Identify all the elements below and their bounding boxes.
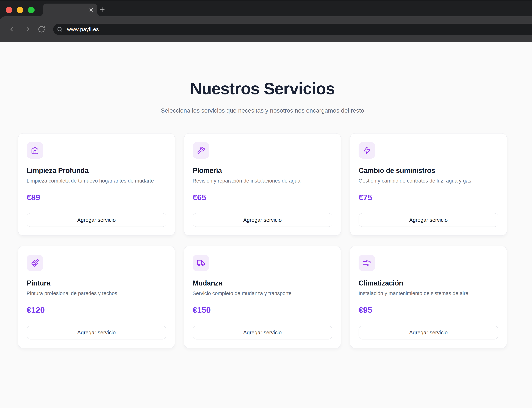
new-tab-button[interactable]: [98, 6, 106, 14]
reload-button[interactable]: [38, 26, 45, 33]
zoom-window-button[interactable]: [28, 7, 35, 13]
plus-icon: [98, 6, 106, 14]
truck-icon: [193, 255, 209, 271]
close-tab-button[interactable]: [88, 7, 94, 13]
service-card-plomeria: Plomería Revisión y reparación de instal…: [184, 133, 341, 236]
zap-icon: [359, 142, 375, 159]
service-title: Pintura: [27, 279, 166, 287]
service-title: Cambio de suministros: [359, 167, 498, 175]
service-price: €65: [193, 193, 332, 202]
service-price: €75: [359, 193, 498, 202]
add-service-button[interactable]: Agregar servicio: [27, 326, 166, 340]
wrench-icon: [193, 142, 209, 159]
service-description: Instalación y mantenimiento de sistemas …: [359, 289, 498, 297]
add-service-button[interactable]: Agregar servicio: [359, 326, 498, 340]
service-description: Revisión y reparación de instalaciones d…: [193, 177, 332, 185]
service-description: Gestión y cambio de contratos de luz, ag…: [359, 177, 498, 185]
back-button[interactable]: [8, 26, 16, 33]
search-icon: [57, 26, 63, 32]
service-card-limpieza: Limpieza Profunda Limpieza completa de t…: [18, 133, 175, 236]
service-price: €150: [193, 306, 332, 314]
add-service-button[interactable]: Agregar servicio: [193, 213, 332, 227]
browser-tab[interactable]: [43, 4, 97, 16]
paintbrush-icon: [27, 255, 43, 271]
add-service-button[interactable]: Agregar servicio: [359, 213, 498, 227]
add-service-button[interactable]: Agregar servicio: [193, 326, 332, 340]
window-controls: [6, 7, 35, 13]
service-title: Climatización: [359, 279, 498, 287]
address-bar[interactable]: www.payli.es: [53, 24, 532, 35]
service-description: Limpieza completa de tu nuevo hogar ante…: [27, 177, 166, 185]
service-title: Plomería: [193, 167, 332, 175]
chevron-right-icon: [25, 26, 32, 33]
service-card-mudanza: Mudanza Servicio completo de mudanza y t…: [184, 246, 341, 348]
page-title: Nuestros Servicios: [18, 79, 507, 98]
service-description: Pintura profesional de paredes y techos: [27, 289, 166, 297]
reload-icon: [38, 26, 45, 33]
page-content: Nuestros Servicios Selecciona los servic…: [0, 79, 532, 348]
tab-strip: [0, 0, 532, 16]
close-icon: [89, 7, 94, 13]
service-card-pintura: Pintura Pintura profesional de paredes y…: [18, 246, 175, 348]
service-card-suministros: Cambio de suministros Gestión y cambio d…: [350, 133, 507, 236]
chevron-left-icon: [8, 26, 15, 33]
home-icon: [27, 142, 43, 159]
service-description: Servicio completo de mudanza y transport…: [193, 289, 332, 297]
add-service-button[interactable]: Agregar servicio: [27, 213, 166, 227]
forward-button[interactable]: [24, 26, 32, 33]
service-price: €89: [27, 193, 166, 202]
browser-toolbar: www.payli.es: [0, 16, 532, 42]
service-price: €95: [359, 306, 498, 314]
page-subtitle: Selecciona los servicios que necesitas y…: [18, 106, 507, 115]
service-card-climatizacion: Climatización Instalación y mantenimient…: [350, 246, 507, 348]
close-window-button[interactable]: [6, 7, 12, 13]
service-title: Mudanza: [193, 279, 332, 287]
service-title: Limpieza Profunda: [27, 167, 166, 175]
wind-icon: [359, 255, 375, 271]
service-price: €120: [27, 306, 166, 314]
browser-chrome: www.payli.es: [0, 0, 532, 42]
services-grid: Limpieza Profunda Limpieza completa de t…: [18, 133, 507, 348]
minimize-window-button[interactable]: [17, 7, 23, 13]
url-text: www.payli.es: [67, 26, 99, 32]
